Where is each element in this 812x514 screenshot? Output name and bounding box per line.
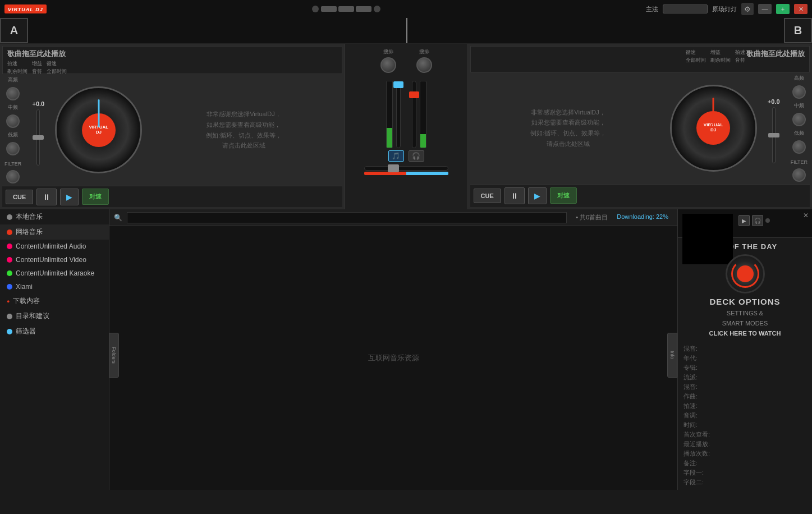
sidebar-item-local-music[interactable]: 本地音乐 [0, 209, 109, 224]
mixer-fader-right[interactable] [412, 81, 416, 148]
deck-a-eq-high-knob[interactable] [6, 87, 20, 100]
waveform-bar: A B [0, 18, 812, 44]
tip-watch[interactable]: CLICK HERE TO WATCH [709, 330, 781, 337]
deck-b-remaining-label: 剩余时间 [710, 57, 731, 64]
deck-b-total-label: 音符 [735, 57, 745, 64]
vu-bar-right-green [420, 134, 426, 148]
deck-b-eq-mid-knob[interactable] [792, 113, 806, 126]
waveform-center-line [406, 18, 407, 43]
deck-a-desc-4: 请点击此处区域 [222, 140, 265, 151]
title-controls-center [312, 6, 380, 12]
deck-b-cue-button[interactable]: CUE [474, 189, 501, 203]
tip-smart-modes: SMART MODES [722, 320, 768, 327]
mixer-right-high-knob[interactable] [416, 57, 432, 73]
search-input[interactable] [127, 212, 567, 223]
deck-b-filter-knob[interactable] [792, 168, 806, 182]
deck-b-pitch-slider[interactable] [772, 107, 776, 163]
info-play-controls: ▶ 🎧 [738, 215, 770, 226]
mixer-left-high-knob[interactable] [380, 57, 396, 73]
info-label-play-count: 播放次数: [683, 449, 714, 458]
deck-a-pitch-slider[interactable] [36, 109, 40, 166]
info-play-button[interactable]: ▶ [738, 215, 750, 226]
browser-content[interactable]: 互联网音乐资源 [109, 226, 677, 490]
sidebar-item-content-video[interactable]: ContentUnlimited Video [0, 253, 109, 267]
minimize-button[interactable]: — [758, 4, 772, 14]
deck-b-meta-row: 循速 全部时间 增益 剩余时间 拍速 音符 [686, 49, 745, 70]
vu-meter-right [420, 81, 426, 148]
sidebar-item-content-audio[interactable]: ContentUnlimited Audio [0, 240, 109, 253]
sidebar-dot-karaoke [7, 270, 12, 276]
sidebar-label-catalog: 目录和建议 [16, 311, 49, 321]
info-label-last-played: 最近播放: [683, 440, 714, 448]
info-field-genre: 流派: [683, 373, 806, 382]
menu-label: 主法 [646, 5, 658, 13]
deck-b-filter-label: FILTER [791, 159, 808, 165]
waveform-left[interactable] [28, 18, 784, 43]
download-progress: Downloading: 22% [617, 213, 668, 222]
deck-a-content: 高频 中频 低频 FILTER +0.0 VIRTUALDJ [2, 74, 342, 186]
deck-b-eq-low-knob[interactable] [792, 140, 806, 154]
sidebar-item-filter[interactable]: 筛选器 [0, 324, 109, 339]
info-field-year: 年代: [683, 354, 806, 362]
deck-b-pause-button[interactable]: ⏸ [504, 187, 525, 204]
settings-gear-button[interactable]: ⚙ [741, 3, 754, 15]
close-button[interactable]: ✕ [794, 4, 808, 14]
deck-b-text-info[interactable]: 非常感谢您选择VirtualDJ， 如果您需要查看高级功能， 例如:循环、切点、… [472, 107, 664, 149]
mixer-fader-left[interactable] [396, 81, 401, 148]
info-label-year: 年代: [683, 354, 714, 362]
mixer-headphone-left-button[interactable]: 🎵 [388, 150, 404, 162]
crossfader-track[interactable] [364, 166, 448, 171]
info-label-genre: 流派: [683, 373, 714, 382]
mixer-fader-right-thumb [409, 91, 419, 98]
maximize-button[interactable]: + [776, 4, 790, 14]
folder-toggle-button[interactable]: Folders [109, 333, 119, 378]
title-dot-right [374, 6, 380, 12]
deck-b-needle [713, 98, 714, 126]
deck-a-cue-button[interactable]: CUE [6, 190, 33, 204]
sidebar-dot-online [7, 230, 12, 235]
deck-b-eq-high-label: 高频 [794, 75, 804, 82]
dj-area: 歌曲拖至此处播放 拍速 剩余时间 增益 音符 循速 全部时间 高频 [0, 44, 812, 209]
sidebar-item-content-karaoke[interactable]: ContentUnlimited Karaoke [0, 267, 109, 280]
sidebar-item-online-music[interactable]: 网络音乐 [0, 224, 109, 240]
sidebar-item-catalog[interactable]: 目录和建议 [0, 309, 109, 324]
mixer-headphone-button[interactable]: 🎧 [409, 150, 424, 162]
deck-a-text-info[interactable]: 非常感谢您选择VirtualDJ， 如果您需要查看高级功能， 例如:循环、切点、… [148, 109, 340, 151]
deck-b-eq-high-knob[interactable] [792, 85, 806, 99]
sidebar-item-downloads[interactable]: ● 下载内容 [0, 293, 109, 309]
info-field-composer: 作曲: [683, 392, 806, 401]
deck-b-gain-label: 增益 [710, 49, 731, 56]
deck-b-turntable[interactable]: VIRTUALDJ [670, 85, 757, 172]
deck-a-pitch-area: +0.0 [27, 95, 49, 166]
title-dot-left [312, 6, 319, 12]
crossfader-blue [406, 172, 448, 175]
info-field-field1: 字段一: [683, 469, 806, 477]
deck-a-eq-low-knob[interactable] [6, 142, 20, 155]
deck-b-drop-text: 歌曲拖至此处播放 [746, 49, 805, 70]
deck-b-pitch-area: +0.0 [763, 93, 785, 163]
deck-b-sync-button[interactable]: 对速 [550, 187, 577, 204]
deck-a-filter-knob[interactable] [6, 170, 20, 183]
deck-a-sync-button[interactable]: 对速 [82, 189, 109, 205]
info-toggle-button[interactable]: Info [667, 333, 677, 378]
deck-a-play-button[interactable]: ▶ [60, 189, 79, 205]
info-label-first-seen: 首次查看: [683, 430, 714, 439]
deck-a-turntable[interactable]: VIRTUALDJ [55, 86, 142, 173]
info-label-time: 时间: [683, 421, 714, 429]
track-count: • 共0首曲目 [576, 213, 608, 222]
mixer-faders [384, 75, 429, 148]
mixer-top: 搜排 搜排 [347, 46, 465, 75]
info-headphone-button[interactable]: 🎧 [752, 215, 763, 226]
bottom-section: 本地音乐 网络音乐 ContentUnlimited Audio Content… [0, 209, 812, 490]
app-logo: VIRTUAL DJ [4, 4, 47, 13]
info-label-mix: 混音: [683, 345, 714, 353]
deck-a-eq-mid-knob[interactable] [6, 114, 20, 128]
mixer-right-knob-group: 搜排 [416, 48, 432, 73]
info-close-button[interactable]: ✕ [803, 212, 809, 219]
deck-a-pause-button[interactable]: ⏸ [36, 189, 57, 205]
sidebar-item-xiami[interactable]: Xiami [0, 280, 109, 293]
deck-b-play-button[interactable]: ▶ [528, 187, 547, 204]
deck-a-meta-gain: 增益 音符 [32, 60, 42, 75]
mixer-left-knob-group: 搜排 [380, 48, 396, 73]
deck-a-label: A [0, 18, 28, 43]
